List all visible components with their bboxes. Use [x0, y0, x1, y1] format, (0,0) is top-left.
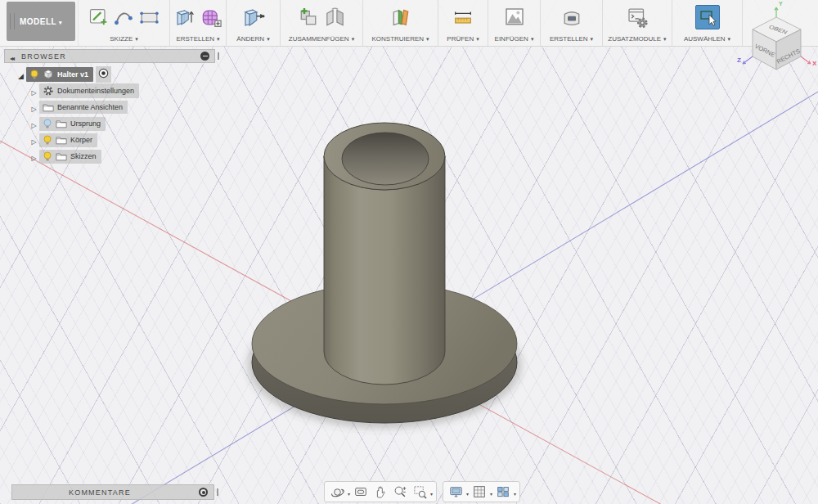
caret-down-icon	[588, 35, 594, 43]
toolbar-group-label[interactable]: ERSTELLEN	[176, 35, 219, 43]
toolbar-grip	[10, 13, 15, 29]
bulb-on-icon[interactable]	[43, 151, 52, 162]
toolbar-group-label[interactable]: SKIZZE	[110, 35, 138, 43]
toolbar-group-label[interactable]: KONSTRUIEREN	[371, 35, 429, 43]
form-icon[interactable]	[199, 6, 223, 29]
navigation-toolbar	[324, 481, 520, 502]
display-settings-button[interactable]	[447, 484, 465, 500]
y-axis-arrow	[775, 7, 778, 17]
spline-icon[interactable]	[113, 6, 135, 29]
collapsed-triangle-icon[interactable]	[29, 149, 39, 164]
toolbar-group-skizze: SKIZZE	[78, 0, 170, 46]
toolbar-group-label[interactable]: AUSWÄHLEN	[684, 35, 730, 43]
z-axis-label: Z	[737, 56, 741, 64]
tree-item-chip[interactable]: Halter v1	[26, 67, 93, 82]
remove-circle-icon[interactable]	[200, 52, 209, 61]
record-circle-icon[interactable]	[199, 488, 208, 497]
view-nav-group	[324, 481, 437, 502]
radio-selected-icon	[98, 68, 109, 79]
pan-button[interactable]	[371, 484, 389, 500]
caret-down-icon[interactable]	[466, 484, 469, 499]
canvas-image-icon[interactable]	[502, 5, 527, 29]
toolbar-group-label[interactable]: ZUSAMMENFÜGEN	[289, 35, 354, 43]
tree-item-chip[interactable]: Ursprung	[39, 117, 106, 131]
browser-panel-header[interactable]: BROWSER	[4, 49, 215, 63]
caret-down-icon[interactable]	[514, 484, 516, 499]
tree-item-chip[interactable]: Körper	[39, 133, 97, 147]
fit-zoom-button[interactable]	[411, 484, 429, 500]
construction-plane-icon[interactable]	[389, 5, 413, 29]
activate-component-radio[interactable]	[96, 66, 111, 83]
toolbar-group-label[interactable]: ZUSATZMODULE	[608, 35, 666, 43]
browser-tree: Halter v1 Dokumenteinstellungen	[4, 66, 215, 164]
orbit-icon	[330, 484, 345, 500]
select-tool-button-active[interactable]	[695, 5, 720, 29]
caret-down-icon[interactable]	[490, 484, 492, 499]
comments-panel[interactable]: KOMMENTARE	[11, 484, 214, 500]
display-nav-group	[443, 481, 520, 502]
gear-icon	[43, 85, 54, 97]
pan-hand-icon	[373, 484, 388, 499]
tree-item-skizzen[interactable]: Skizzen	[4, 148, 215, 164]
panel-resize-grip[interactable]	[217, 488, 218, 496]
caret-down-icon[interactable]	[348, 484, 350, 499]
extrude-icon[interactable]	[173, 6, 196, 29]
tree-item-benannte-ansichten[interactable]: Benannte Ansichten	[4, 99, 215, 115]
tree-item-ursprung[interactable]: Ursprung	[4, 115, 215, 132]
3d-print-icon[interactable]	[560, 5, 584, 29]
create-sketch-icon[interactable]	[88, 6, 110, 29]
browser-panel-title: BROWSER	[21, 52, 200, 61]
caret-down-icon	[349, 35, 355, 43]
tree-item-chip[interactable]: Benannte Ansichten	[39, 101, 128, 114]
tree-item-dokumenteinstellungen[interactable]: Dokumenteinstellungen	[4, 83, 215, 99]
caret-down-icon	[264, 35, 270, 43]
toolbar-group-label[interactable]: ERSTELLEN	[550, 35, 593, 43]
viewcube[interactable]: OBEN VORNE RECHTS Y Z X	[735, 0, 818, 82]
look-at-button[interactable]	[352, 484, 370, 500]
tree-item-chip[interactable]: Skizzen	[39, 150, 101, 164]
scripts-addins-icon[interactable]	[625, 5, 649, 29]
grid-icon	[472, 484, 487, 499]
toolbar-group-label[interactable]: EINFÜGEN	[495, 35, 534, 43]
caret-down-icon	[726, 35, 731, 43]
tree-item-label: Ursprung	[70, 119, 101, 128]
zoom-icon	[393, 484, 407, 499]
tree-item-koerper[interactable]: Körper	[4, 132, 215, 148]
collapsed-triangle-icon[interactable]	[29, 83, 39, 98]
tree-item-chip[interactable]: Dokumenteinstellungen	[39, 83, 139, 98]
rectangle-2pt-icon[interactable]	[137, 6, 161, 29]
caret-down-icon[interactable]	[430, 484, 433, 499]
viewports-button[interactable]	[494, 484, 512, 500]
panel-resize-grip[interactable]	[218, 52, 219, 60]
bulb-on-icon[interactable]	[43, 135, 52, 146]
toolbar-group-zusatzmodule: ZUSATZMODULE	[603, 0, 672, 46]
collapsed-triangle-icon[interactable]	[29, 133, 39, 147]
press-pull-icon[interactable]	[241, 5, 266, 29]
toolbar-group-label[interactable]: ÄNDERN	[236, 35, 269, 43]
folder-icon	[56, 151, 67, 161]
workspace-switcher-modell[interactable]: MODELL	[7, 2, 75, 41]
folder-icon	[56, 119, 67, 128]
browser-panel: BROWSER Halter v1	[4, 49, 215, 164]
joint-icon[interactable]	[323, 5, 347, 29]
toolbar-group-auswaehlen: AUSWÄHLEN	[672, 0, 743, 46]
collapse-panel-icon[interactable]	[10, 49, 13, 64]
collapsed-triangle-icon[interactable]	[29, 100, 39, 115]
toolbar-group-label[interactable]: PRÜFEN	[447, 35, 479, 43]
zoom-button[interactable]	[391, 484, 409, 500]
measure-icon[interactable]	[451, 6, 475, 29]
orbit-button[interactable]	[328, 484, 346, 500]
bulb-on-icon[interactable]	[29, 70, 39, 80]
collapsed-triangle-icon[interactable]	[29, 116, 39, 131]
z-axis-arrow	[743, 56, 753, 64]
component-cube-icon	[43, 69, 54, 80]
caret-down-icon	[474, 35, 479, 43]
caret-down-icon	[214, 35, 220, 43]
expanded-triangle-icon[interactable]	[16, 67, 26, 82]
tree-item-halter-v1[interactable]: Halter v1	[4, 66, 215, 83]
caret-down-icon	[528, 35, 534, 43]
combine-icon[interactable]	[296, 5, 321, 29]
caret-down-icon	[661, 35, 667, 43]
grid-display-button[interactable]	[470, 484, 488, 500]
bulb-off-icon[interactable]	[43, 119, 52, 129]
